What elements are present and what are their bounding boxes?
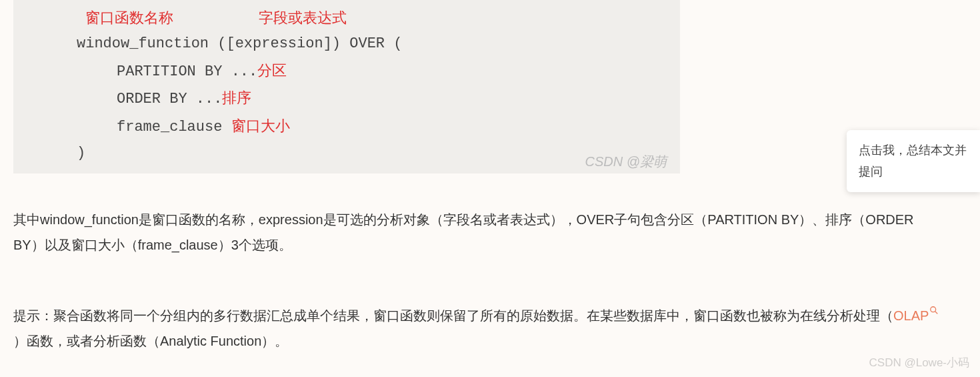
code-watermark: CSDN @梁萌 xyxy=(585,153,667,171)
annotation-expression: 字段或表达式 xyxy=(259,8,347,28)
summary-button[interactable]: 点击我，总结本文并提问 xyxy=(847,130,980,192)
svg-line-1 xyxy=(935,312,938,314)
page-watermark: CSDN @Lowe-小码 xyxy=(869,355,969,370)
annotation-row: 窗口函数名称 字段或表达式 xyxy=(13,7,680,31)
annotation-func-name: 窗口函数名称 xyxy=(85,8,173,28)
olap-link[interactable]: OLAP xyxy=(893,308,939,323)
code-line-1: window_function ([expression]) OVER ( xyxy=(13,31,680,57)
olap-text: OLAP xyxy=(893,308,929,323)
code-text-frame: frame_clause xyxy=(117,119,231,135)
code-text-order: ORDER BY ... xyxy=(117,91,222,107)
code-block: 窗口函数名称 字段或表达式 window_function ([expressi… xyxy=(13,0,680,173)
code-text-partition: PARTITION BY ... xyxy=(117,63,257,80)
code-line-5: ) xyxy=(13,140,680,167)
code-line-4: frame_clause 窗口大小 xyxy=(13,113,680,141)
annotation-frame: 窗口大小 xyxy=(231,117,290,134)
paragraph2-after: ）函数，或者分析函数（Analytic Function）。 xyxy=(13,334,288,348)
paragraph-2: 提示：聚合函数将同一个分组内的多行数据汇总成单个结果，窗口函数则保留了所有的原始… xyxy=(13,298,943,354)
search-icon xyxy=(929,298,939,307)
svg-point-0 xyxy=(931,307,936,312)
paragraph-1: 其中window_function是窗口函数的名称，expression是可选的… xyxy=(13,207,943,258)
paragraph2-before: 提示：聚合函数将同一个分组内的多行数据汇总成单个结果，窗口函数则保留了所有的原始… xyxy=(13,308,893,323)
code-line-3: ORDER BY ...排序 xyxy=(13,85,680,113)
annotation-order: 排序 xyxy=(222,89,251,106)
code-line-2: PARTITION BY ...分区 xyxy=(13,57,680,85)
annotation-partition: 分区 xyxy=(257,62,287,79)
